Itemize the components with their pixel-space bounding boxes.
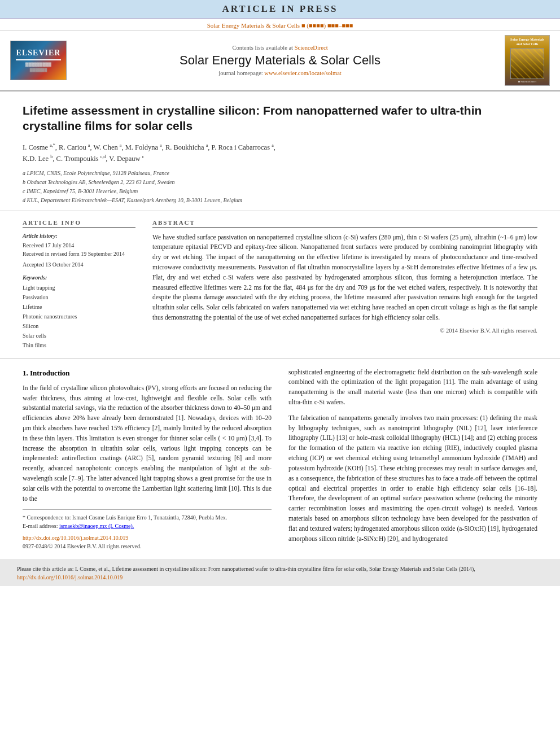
keyword-silicon: Silicon bbox=[23, 321, 135, 331]
journal-title-center: Contents lists available at ScienceDirec… bbox=[67, 45, 493, 76]
elsevier-logo: ELSEVIER ▓▓▓▓▓▓▓▓▓ ▓▓▓▓▓▓ bbox=[10, 41, 67, 80]
intro-paragraph-2: sophisticated engineering of the electro… bbox=[288, 368, 537, 408]
body-left-column: 1. Introduction In the field of crystall… bbox=[23, 368, 272, 551]
journal-header-row: Solar Energy Materials & Solar Cells ■ (… bbox=[0, 19, 560, 30]
intro-paragraph-3: The fabrication of nanopatterns generall… bbox=[288, 413, 537, 544]
article-history-label: Article history: bbox=[23, 233, 135, 239]
article-title-section: Lifetime assessment in crystalline silic… bbox=[0, 91, 560, 211]
contents-available-line: Contents lists available at ScienceDirec… bbox=[67, 45, 493, 51]
homepage-line: journal homepage: www.elsevier.com/locat… bbox=[67, 70, 493, 76]
article-history-dates: Received 17 July 2014 Received in revise… bbox=[23, 241, 135, 269]
intro-section-title: 1. Introduction bbox=[23, 368, 272, 379]
article-info-title: ARTICLE INFO bbox=[23, 219, 135, 228]
journal-link[interactable]: Solar Energy Materials & Solar Cells ■ (… bbox=[10, 22, 550, 29]
abstract-title: ABSTRACT bbox=[152, 219, 537, 228]
keyword-photonic: Photonic nanostructures bbox=[23, 312, 135, 321]
journal-cover-image: Solar Energy Materialsand Solar Cells ■ … bbox=[505, 35, 550, 86]
doi-link[interactable]: http://dx.doi.org/10.1016/j.solmat.2014.… bbox=[23, 535, 128, 541]
article-title: Lifetime assessment in crystalline silic… bbox=[23, 103, 537, 134]
journal-homepage-link[interactable]: www.elsevier.com/locate/solmat bbox=[264, 70, 341, 76]
keyword-solar-cells: Solar cells bbox=[23, 331, 135, 340]
keyword-passivation: Passivation bbox=[23, 292, 135, 302]
keywords-list: Light trapping Passivation Lifetime Phot… bbox=[23, 283, 135, 350]
footnote-section: * Correspondence to: Ismael Cosme Luis E… bbox=[23, 509, 272, 551]
citation-doi-link[interactable]: http://dx.doi.org/10.1016/j.solmat.2014.… bbox=[17, 574, 123, 580]
affiliations: a LPICM, CNRS, Ecole Polytechnique, 9112… bbox=[23, 169, 537, 205]
authors-line: I. Cosme a,*, R. Cariou a, W. Chen a, M.… bbox=[23, 142, 537, 164]
keywords-label: Keywords: bbox=[23, 274, 135, 281]
affiliation-b: b Obducat Technologies AB, Scheelevägen … bbox=[23, 178, 537, 187]
keyword-lifetime: Lifetime bbox=[23, 302, 135, 312]
sciencedirect-link[interactable]: ScienceDirect bbox=[295, 45, 328, 51]
main-header: ELSEVIER ▓▓▓▓▓▓▓▓▓ ▓▓▓▓▓▓ Contents lists… bbox=[0, 30, 560, 91]
article-info-abstract-section: ARTICLE INFO Article history: Received 1… bbox=[0, 211, 560, 359]
affiliation-c: c IMEC, Kapeldreef 75, B-3001 Heverlee, … bbox=[23, 187, 537, 196]
affiliation-a: a LPICM, CNRS, Ecole Polytechnique, 9112… bbox=[23, 169, 537, 178]
intro-paragraph-1: In the field of crystalline silicon phot… bbox=[23, 383, 272, 504]
body-section: 1. Introduction In the field of crystall… bbox=[0, 359, 560, 560]
article-in-press-banner: ARTICLE IN PRESS bbox=[0, 0, 560, 19]
email-link[interactable]: ismaekb@inaoep.mx (I. Cosme). bbox=[59, 523, 134, 529]
abstract-text: We have studied surface passivation on n… bbox=[152, 233, 537, 323]
copyright-line: © 2014 Elsevier B.V. All rights reserved… bbox=[152, 327, 537, 334]
citation-text: Please cite this article as: I. Cosme, e… bbox=[17, 566, 475, 572]
correspondence-note: * Correspondence to: Ismael Cosme Luis E… bbox=[23, 513, 272, 522]
journal-title: Solar Energy Materials & Solar Cells bbox=[67, 53, 493, 68]
issn-line: 0927-0248/© 2014 Elsevier B.V. All right… bbox=[23, 542, 272, 551]
keyword-thin-films: Thin films bbox=[23, 340, 135, 350]
email-note: E-mail address: ismaekb@inaoep.mx (I. Co… bbox=[23, 522, 272, 530]
body-right-column: sophisticated engineering of the electro… bbox=[288, 368, 537, 551]
article-info-column: ARTICLE INFO Article history: Received 1… bbox=[23, 219, 135, 350]
keyword-light-trapping: Light trapping bbox=[23, 283, 135, 292]
citation-bar: Please cite this article as: I. Cosme, e… bbox=[0, 560, 560, 586]
affiliation-d: d KUL, Departement Elektrotechniek—ESAT,… bbox=[23, 196, 537, 205]
abstract-column: ABSTRACT We have studied surface passiva… bbox=[152, 219, 537, 350]
